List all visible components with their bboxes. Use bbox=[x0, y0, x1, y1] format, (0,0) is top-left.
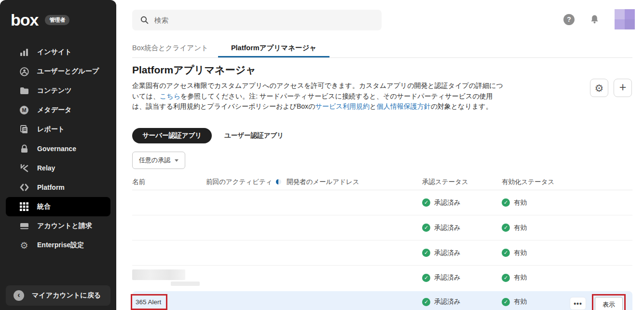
app-name: 365 Alert bbox=[136, 298, 161, 306]
user-avatar[interactable] bbox=[615, 9, 635, 29]
sidebar-item-label: Platform bbox=[37, 183, 65, 191]
apps-table: 名前 前回のアクティビティ 開発者のメールアドレス 承認ステータス 有効化ステー… bbox=[132, 174, 632, 310]
credit-card-icon bbox=[19, 221, 29, 231]
table-header-row: 名前 前回のアクティビティ 開発者のメールアドレス 承認ステータス 有効化ステー… bbox=[132, 174, 632, 190]
sidebar-item-label: Relay bbox=[37, 164, 55, 172]
sidebar: box 管理者 インサイト ユーザーとグループ コンテンツ bbox=[0, 0, 116, 310]
table-row[interactable]: ✓ 承認済み ✓ 有効 bbox=[132, 266, 632, 290]
annotation-box-view: 表示 bbox=[592, 294, 626, 310]
row-actions: ••• 表示 bbox=[570, 294, 626, 310]
link-privacy-policy[interactable]: 個人情報保護方針 bbox=[377, 102, 431, 110]
sidebar-item-label: レポート bbox=[37, 125, 65, 134]
table-row-365-alert[interactable]: 365 Alert ✓ 承認済み ✓ 有効 ••• 表示 bbox=[132, 291, 632, 310]
sidebar-item-label: ユーザーとグループ bbox=[37, 67, 99, 76]
report-doc-icon bbox=[19, 125, 29, 134]
main-content: ? Box統合とクライアント Platformアプリマネージャ Platform… bbox=[116, 0, 644, 310]
sidebar-item-insights[interactable]: インサイト bbox=[6, 42, 110, 62]
app-window: box 管理者 インサイト ユーザーとグループ コンテンツ bbox=[0, 0, 644, 310]
col-header-name: 名前 bbox=[132, 178, 206, 186]
plus-icon: + bbox=[619, 81, 627, 93]
redacted-name bbox=[132, 269, 185, 280]
col-header-approval: 承認ステータス bbox=[422, 178, 502, 186]
approval-status: ✓ 承認済み bbox=[422, 198, 502, 207]
enabled-status: ✓ 有効 bbox=[502, 273, 632, 282]
check-icon: ✓ bbox=[422, 298, 430, 306]
user-auth-apps-tab[interactable]: ユーザー認証アプリ bbox=[224, 131, 284, 140]
approval-status: ✓ 承認済み bbox=[422, 249, 502, 257]
sidebar-item-enterprise-settings[interactable]: ⚙ Enterprise設定 bbox=[6, 236, 110, 255]
page-description: 企業固有のアクセス権限でカスタムアプリへのアクセスを許可できます。カスタムアプリ… bbox=[132, 81, 513, 112]
tab-platform-app-manager[interactable]: Platformアプリマネージャ bbox=[218, 43, 329, 57]
check-icon: ✓ bbox=[502, 224, 510, 232]
col-header-enabled: 有効化ステータス bbox=[502, 178, 632, 186]
sidebar-item-platform[interactable]: Platform bbox=[6, 178, 110, 197]
table-row[interactable]: ✓ 承認済み ✓ 有効 bbox=[132, 240, 632, 266]
approval-filter-dropdown[interactable]: 任意の承認 bbox=[132, 152, 185, 169]
annotation-box-name: 365 Alert bbox=[131, 294, 167, 310]
check-icon: ✓ bbox=[502, 274, 510, 282]
check-icon: ✓ bbox=[422, 249, 430, 257]
view-button[interactable]: 表示 bbox=[595, 297, 623, 310]
enabled-status: ✓ 有効 bbox=[502, 249, 632, 257]
sidebar-item-label: メタデータ bbox=[37, 106, 71, 114]
back-to-my-account-button[interactable]: ‹ マイアカウントに戻る bbox=[6, 285, 110, 306]
search-bar[interactable] bbox=[132, 10, 382, 30]
col-header-activity[interactable]: 前回のアクティビティ bbox=[206, 178, 287, 186]
approval-status: ✓ 承認済み bbox=[422, 224, 502, 232]
check-icon: ✓ bbox=[422, 198, 430, 207]
search-input[interactable] bbox=[154, 16, 367, 24]
sidebar-item-integrations[interactable]: 統合 bbox=[6, 197, 110, 216]
sidebar-item-label: コンテンツ bbox=[37, 86, 72, 95]
box-logo: box bbox=[11, 12, 38, 28]
lock-icon bbox=[19, 144, 29, 154]
gear-icon: ⚙ bbox=[595, 83, 604, 93]
check-icon: ✓ bbox=[422, 274, 430, 282]
link-terms-of-service[interactable]: サービス利用規約 bbox=[315, 102, 370, 110]
sidebar-item-label: アカウントと請求 bbox=[37, 222, 92, 230]
sidebar-item-reports[interactable]: レポート bbox=[6, 120, 110, 139]
sidebar-item-metadata[interactable]: M メタデータ bbox=[6, 100, 110, 120]
back-arrow-icon: ‹ bbox=[14, 290, 24, 301]
enabled-status: ✓ 有効 bbox=[502, 198, 632, 207]
sidebar-item-label: 統合 bbox=[37, 202, 51, 211]
search-icon bbox=[140, 16, 149, 24]
sidebar-nav: インサイト ユーザーとグループ コンテンツ M メタデータ bbox=[0, 42, 116, 255]
table-row[interactable]: ✓ 承認済み ✓ 有効 bbox=[132, 215, 632, 240]
gear-icon: ⚙ bbox=[19, 240, 29, 250]
sidebar-item-governance[interactable]: Governance bbox=[6, 139, 110, 158]
sidebar-item-content[interactable]: コンテンツ bbox=[6, 81, 110, 100]
check-icon: ✓ bbox=[422, 224, 430, 232]
add-app-button[interactable]: + bbox=[614, 79, 632, 97]
table-row[interactable]: ✓ 承認済み ✓ 有効 bbox=[132, 190, 632, 215]
grid-icon bbox=[19, 202, 29, 211]
page-title: Platformアプリマネージャ bbox=[132, 63, 256, 77]
tab-box-integrations[interactable]: Box統合とクライアント bbox=[132, 43, 208, 57]
approval-status: ✓ 承認済み bbox=[422, 297, 502, 306]
bell-icon[interactable] bbox=[589, 14, 600, 25]
relay-icon bbox=[19, 163, 29, 173]
user-circle-icon bbox=[19, 67, 29, 76]
sidebar-item-users-groups[interactable]: ユーザーとグループ bbox=[6, 62, 110, 81]
help-icon[interactable]: ? bbox=[563, 14, 575, 25]
sidebar-item-account-billing[interactable]: アカウントと請求 bbox=[6, 216, 110, 236]
chevron-down-icon bbox=[175, 159, 178, 162]
metadata-m-icon: M bbox=[19, 105, 29, 115]
tab-bar: Box統合とクライアント Platformアプリマネージャ bbox=[132, 43, 632, 58]
brand: box 管理者 bbox=[0, 0, 116, 28]
settings-button[interactable]: ⚙ bbox=[590, 79, 608, 97]
more-options-button[interactable]: ••• bbox=[570, 297, 586, 310]
enabled-status: ✓ 有効 bbox=[502, 224, 632, 232]
redacted-name-tail bbox=[171, 282, 200, 286]
check-icon: ✓ bbox=[502, 198, 510, 207]
code-brackets-icon bbox=[19, 183, 29, 192]
bar-chart-icon bbox=[19, 47, 29, 57]
server-auth-apps-pill[interactable]: サーバー認証アプリ bbox=[132, 128, 212, 143]
sidebar-item-relay[interactable]: Relay bbox=[6, 158, 110, 178]
admin-badge: 管理者 bbox=[45, 15, 69, 25]
sidebar-item-label: Enterprise設定 bbox=[37, 241, 84, 250]
page-action-buttons: ⚙ + bbox=[590, 79, 632, 97]
link-kochira[interactable]: こちら bbox=[160, 92, 180, 100]
topbar-icons: ? bbox=[563, 9, 635, 29]
approval-filter-label: 任意の承認 bbox=[139, 156, 170, 165]
col-header-email: 開発者のメールアドレス bbox=[287, 178, 422, 186]
